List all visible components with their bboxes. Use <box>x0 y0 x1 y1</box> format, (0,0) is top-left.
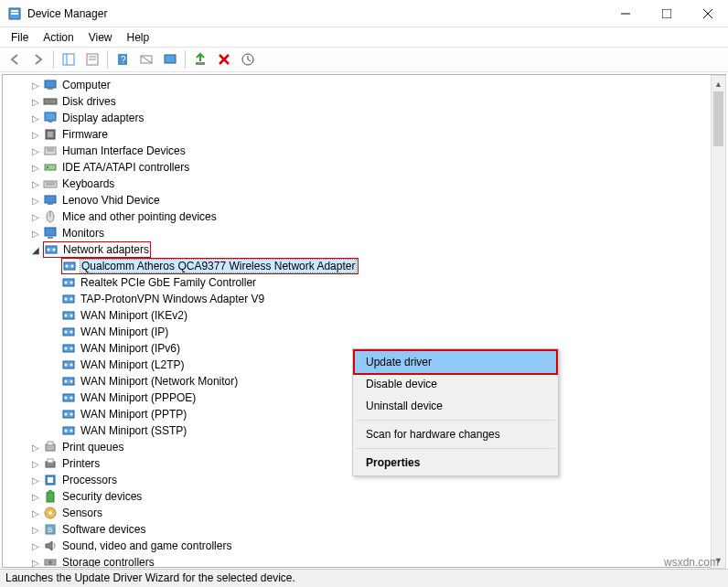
svg-rect-40 <box>662 9 671 18</box>
expand-icon[interactable]: ▷ <box>28 80 43 91</box>
expand-icon[interactable]: ▷ <box>28 558 43 568</box>
tree-item-label: Qualcomm Atheros QCA9377 Wireless Networ… <box>80 260 356 272</box>
properties-button[interactable] <box>81 48 103 70</box>
help-button[interactable]: ? <box>112 48 134 70</box>
expand-icon[interactable]: ▷ <box>28 475 43 486</box>
expand-icon[interactable]: ▷ <box>28 212 43 222</box>
window-title: Device Manager <box>27 7 605 20</box>
tree-item[interactable]: ▷Software devices <box>3 521 725 538</box>
tree-item-label: WAN Miniport (PPPOE) <box>80 391 197 404</box>
expand-icon[interactable]: ▷ <box>28 459 43 469</box>
tree-item[interactable]: ▷Keyboards <box>3 176 725 192</box>
tree-item[interactable]: ▷Computer <box>3 77 725 93</box>
tree-item-label: Storage controllers <box>61 556 155 568</box>
tree-item-label: Processors <box>61 474 118 486</box>
tree-item[interactable]: ▷Display adapters <box>3 110 725 126</box>
storage-icon <box>43 555 58 568</box>
vertical-scrollbar[interactable]: ▲ ▼ <box>711 75 726 569</box>
update-driver-button[interactable] <box>159 48 181 70</box>
tree-item[interactable]: ▷Sound, video and game controllers <box>3 538 725 554</box>
expand-icon[interactable]: ▷ <box>28 146 43 156</box>
context-menu[interactable]: Update driverDisable deviceUninstall dev… <box>352 348 559 476</box>
expand-icon[interactable]: ▷ <box>28 130 43 140</box>
close-button[interactable] <box>687 0 728 27</box>
tree-item[interactable]: WAN Miniport (IKEv2) <box>3 307 725 324</box>
tree-item[interactable]: ▷Mice and other pointing devices <box>3 208 725 225</box>
expand-icon[interactable]: ▷ <box>28 525 43 535</box>
back-button[interactable] <box>4 48 26 70</box>
expand-icon[interactable]: ▷ <box>28 229 43 239</box>
menu-help[interactable]: Help <box>120 29 157 46</box>
tree-item-label: Keyboards <box>61 177 115 190</box>
tree-item-label: Monitors <box>61 227 105 240</box>
tree-item[interactable]: ▷Security devices <box>3 488 725 505</box>
tree-item-label: WAN Miniport (IKEv2) <box>80 309 188 322</box>
tree-item[interactable]: ▷Monitors <box>3 225 725 241</box>
tree-item-label: Software devices <box>61 523 146 536</box>
toolbar: ? <box>0 47 728 72</box>
device-tree[interactable]: ▷Computer▷Disk drives▷Display adapters▷F… <box>3 75 725 568</box>
scroll-up-button[interactable]: ▲ <box>712 76 725 91</box>
expand-icon[interactable]: ▷ <box>28 508 43 518</box>
uninstall-button[interactable] <box>213 48 235 70</box>
expand-icon[interactable]: ▷ <box>28 163 43 173</box>
minimize-button[interactable] <box>605 0 646 27</box>
tree-item-label: IDE ATA/ATAPI controllers <box>61 161 190 174</box>
tree-item[interactable]: Qualcomm Atheros QCA9377 Wireless Networ… <box>3 258 725 274</box>
enable-button[interactable] <box>189 48 211 70</box>
tree-item-label: Disk drives <box>61 95 117 108</box>
tree-item[interactable]: ▷Lenovo Vhid Device <box>3 192 725 208</box>
tree-item[interactable]: ◢Network adapters <box>3 241 725 258</box>
tree-item[interactable]: WAN Miniport (IP) <box>3 324 725 340</box>
tree-item-label: Print queues <box>61 441 124 454</box>
display-icon <box>43 111 58 125</box>
scan-button[interactable] <box>135 48 157 70</box>
context-menu-item[interactable]: Properties <box>355 452 556 474</box>
context-menu-item[interactable]: Update driver <box>353 349 558 375</box>
status-bar: Launches the Update Driver Wizard for th… <box>0 569 728 587</box>
context-menu-item[interactable]: Scan for hardware changes <box>355 423 556 445</box>
tree-item-label: WAN Miniport (L2TP) <box>80 358 186 371</box>
context-menu-item[interactable]: Disable device <box>355 373 556 395</box>
tree-item[interactable]: ▷Firmware <box>3 126 725 143</box>
mouse-icon <box>43 209 58 224</box>
scroll-thumb[interactable] <box>713 91 723 146</box>
expand-icon[interactable]: ▷ <box>28 492 43 502</box>
show-hide-tree-button[interactable] <box>58 48 80 70</box>
tree-item[interactable]: Realtek PCIe GbE Family Controller <box>3 274 725 291</box>
tree-item[interactable]: ▷IDE ATA/ATAPI controllers <box>3 159 725 176</box>
tree-item-label: Network adapters <box>62 243 150 256</box>
firmware-icon <box>43 127 58 142</box>
menu-action[interactable]: Action <box>36 29 80 46</box>
tree-item[interactable]: ▷Human Interface Devices <box>3 143 725 159</box>
expand-icon[interactable]: ▷ <box>28 179 43 189</box>
context-menu-item[interactable]: Uninstall device <box>355 395 556 417</box>
expand-icon[interactable]: ▷ <box>28 541 43 551</box>
net-icon <box>61 308 76 323</box>
forward-button[interactable] <box>27 48 49 70</box>
expand-icon[interactable]: ▷ <box>28 196 43 206</box>
disk-icon <box>43 94 58 109</box>
tree-item-label: Firmware <box>61 128 109 141</box>
expand-icon[interactable]: ▷ <box>28 113 43 123</box>
tree-item[interactable]: ▷Disk drives <box>3 93 725 110</box>
collapse-icon[interactable]: ◢ <box>28 245 43 255</box>
svg-text:?: ? <box>121 55 126 65</box>
net-icon <box>61 358 76 372</box>
expand-icon[interactable]: ▷ <box>28 97 43 107</box>
monitor-icon <box>43 226 58 240</box>
menu-view[interactable]: View <box>81 29 120 46</box>
maximize-button[interactable] <box>646 0 687 27</box>
title-bar[interactable]: Device Manager <box>0 0 728 27</box>
expand-icon[interactable]: ▷ <box>28 443 43 453</box>
menu-file[interactable]: File <box>4 29 36 46</box>
tree-item[interactable]: ▷Sensors <box>3 505 725 521</box>
scan-hardware-button[interactable] <box>237 48 259 70</box>
tree-item-label: TAP-ProtonVPN Windows Adapter V9 <box>80 293 265 305</box>
net-icon <box>61 390 76 405</box>
tree-item[interactable]: TAP-ProtonVPN Windows Adapter V9 <box>3 291 725 307</box>
tree-item[interactable]: ▷Storage controllers <box>3 554 725 568</box>
tree-item-label: WAN Miniport (IPv6) <box>80 342 181 355</box>
tree-item-label: Mice and other pointing devices <box>61 210 218 223</box>
net-icon <box>61 325 76 339</box>
